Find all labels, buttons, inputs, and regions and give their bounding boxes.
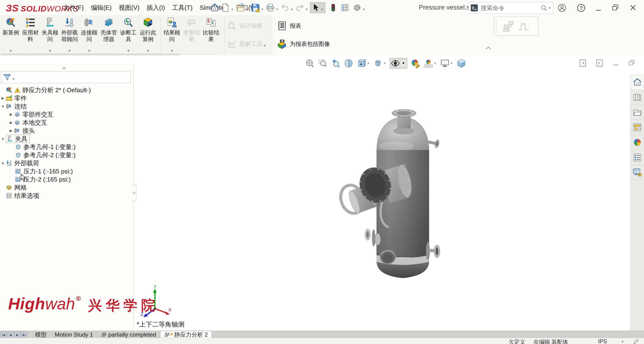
select-dropdown-icon[interactable]: ▼ [320, 8, 324, 11]
tag-edit-icon[interactable] [633, 338, 639, 344]
tab-scroll-prev-button[interactable]: ◀ [7, 332, 14, 338]
search-icon[interactable] [540, 4, 548, 11]
ribbon-button-shell-manager[interactable]: 壳体管理器 [99, 16, 118, 53]
tab-scroll-first-button[interactable]: |◀ [0, 332, 7, 338]
ribbon-button-report[interactable]: 报表 [277, 17, 330, 35]
connections-dropdown-icon[interactable]: ▼ [79, 49, 99, 52]
3d-views-icon[interactable] [456, 58, 466, 68]
expand-icon[interactable]: ▶ [8, 120, 14, 125]
ribbon-button-include-image-for-report[interactable]: 为报表包括图像 [277, 35, 330, 53]
tree-item-result-options[interactable]: 结果选项 [0, 192, 133, 200]
view-settings-icon[interactable]: ▼ [440, 58, 453, 68]
panel-splitter-grip[interactable] [63, 67, 66, 70]
filter-funnel-icon[interactable] [3, 73, 11, 81]
menu-edit[interactable]: 编辑(E) [87, 0, 115, 15]
minimize-button[interactable] [594, 4, 602, 12]
task-pane-resources[interactable] [630, 165, 644, 180]
ribbon-collapse-chevron-icon[interactable] [485, 46, 492, 50]
units-selector[interactable]: IPS [598, 338, 607, 344]
tab-scroll-last-button[interactable]: ▶| [21, 332, 28, 338]
open-dropdown-icon[interactable]: ▼ [246, 8, 249, 11]
options-dropdown-icon[interactable]: ▼ [362, 8, 366, 11]
viewport-restore-icon[interactable] [628, 59, 636, 67]
edit-appearance-icon[interactable] [411, 58, 420, 68]
toolbar-grip[interactable] [495, 19, 498, 34]
section-view-icon[interactable] [344, 58, 353, 68]
save-button[interactable]: ▼ [251, 3, 264, 12]
ribbon-button-results-advisor[interactable]: 结果顾问▼ [162, 16, 182, 53]
tab-scroll-next-button[interactable]: ▶ [14, 332, 20, 338]
menu-insert[interactable]: 插入(I) [143, 0, 169, 15]
collapse-icon[interactable]: ▼ [0, 104, 6, 108]
display-style-dropdown-icon[interactable]: ▼ [401, 61, 406, 66]
view-orientation-icon[interactable]: ▼ [373, 58, 386, 68]
file-properties-button[interactable] [341, 3, 349, 12]
new-study-dropdown-icon[interactable]: ▼ [1, 49, 20, 52]
tree-item-component-interaction[interactable]: ▶零部件交互 [0, 110, 133, 118]
expand-icon[interactable]: ▶ [8, 128, 14, 133]
menu-tools[interactable]: 工具(T) [168, 0, 196, 15]
interference-check-icon[interactable] [329, 3, 337, 12]
tree-item-fixtures[interactable]: ▼夹具 [0, 135, 133, 143]
external-loads-dropdown-icon[interactable]: ▼ [60, 49, 79, 52]
search-input[interactable] [480, 4, 540, 12]
tree-filter-box[interactable]: ▼ [1, 71, 130, 83]
task-pane-appearances[interactable] [630, 135, 644, 150]
viewport-minimize-icon[interactable] [612, 59, 620, 67]
ribbon-button-compare-results[interactable]: 比较结果 [201, 16, 221, 53]
tree-item-mesh[interactable]: 网格 [0, 183, 133, 192]
ribbon-button-fixtures-advisor[interactable]: 夹具顾问▼ [40, 16, 60, 53]
tree-item-external-loads[interactable]: ▼外部载荷 [0, 159, 133, 167]
tree-item-joints[interactable]: ▶接头 [0, 127, 133, 135]
search-prompt-icon[interactable] [470, 4, 478, 12]
ribbon-button-run-study[interactable]: 运行此算例▼ [138, 16, 158, 53]
task-pane-design-library[interactable] [630, 90, 644, 105]
units-caret-icon[interactable]: ▲ [621, 340, 624, 343]
new-document-button[interactable]: ▼ [221, 3, 234, 12]
panel-collapse-handle[interactable] [132, 185, 136, 201]
task-pane-home[interactable] [630, 74, 644, 90]
collapse-right-pane-icon[interactable] [595, 59, 604, 67]
tab-motion-study-1[interactable]: Motion Study 1 [51, 331, 97, 338]
select-tool-button[interactable]: ▼ [310, 2, 325, 13]
fixtures-dropdown-icon[interactable]: ▼ [40, 49, 60, 52]
ribbon-button-external-loads-advisor[interactable]: 外部载荷顾问▼ [60, 16, 79, 53]
tab-model[interactable]: 模型 [31, 331, 51, 338]
collapse-icon[interactable]: ▼ [0, 137, 6, 141]
menu-file[interactable]: 文件(F) [60, 0, 87, 15]
dynamic-annotation-views-icon[interactable]: ▼ [357, 58, 370, 68]
collapse-left-pane-icon[interactable] [578, 59, 587, 67]
ribbon-button-apply-material[interactable]: 应用材料 [20, 16, 40, 53]
ribbon-button-connections-advisor[interactable]: 连接顾问▼ [79, 16, 99, 53]
tree-item-connections[interactable]: ▼连结 [0, 102, 133, 110]
open-button[interactable]: ▼ [236, 3, 250, 12]
tree-item-ref-geometry-1[interactable]: 参考几何-1 (:变量:) [0, 143, 133, 151]
previous-view-icon[interactable] [331, 58, 340, 68]
search-dropdown-icon[interactable]: ▼ [548, 6, 551, 10]
display-style-button[interactable]: ▼ [390, 58, 407, 69]
ribbon-button-new-study[interactable]: 新算例▼ [1, 16, 20, 53]
ribbon-button-diagnostic-tools[interactable]: 诊断工具▼ [118, 16, 138, 53]
close-button[interactable] [629, 3, 637, 12]
zoom-to-fit-icon[interactable] [305, 58, 314, 68]
account-icon[interactable] [558, 3, 566, 12]
diagnostic-dropdown-icon[interactable]: ▼ [118, 49, 138, 52]
tab-static-study-2[interactable]: 静应力分析 2 [160, 331, 212, 338]
zoom-to-area-icon[interactable] [318, 58, 328, 68]
tree-item-study[interactable]: 静应力分析 2* (-Default-) [0, 86, 133, 94]
filter-dropdown-icon[interactable]: ▼ [12, 77, 15, 81]
run-study-dropdown-icon[interactable]: ▼ [138, 49, 158, 52]
pressure-vessel-model[interactable] [332, 103, 456, 280]
home-button[interactable] [210, 3, 220, 12]
options-gear-button[interactable]: ▼ [352, 3, 366, 12]
task-pane-file-explorer[interactable] [630, 105, 644, 120]
task-pane-custom-properties[interactable] [630, 150, 644, 165]
tree-item-parts[interactable]: ▶零件 [0, 94, 133, 102]
new-document-dropdown-icon[interactable]: ▼ [231, 8, 234, 11]
print-dropdown-icon[interactable]: ▼ [276, 8, 279, 11]
graphics-viewport[interactable]: ▼ ▼ ▼ ▼ ▼ [134, 55, 644, 331]
apply-scene-icon[interactable]: ▼ [424, 58, 437, 68]
save-dropdown-icon[interactable]: ▼ [261, 8, 264, 11]
expand-icon[interactable]: ▶ [0, 96, 6, 100]
results-dropdown-icon[interactable]: ▼ [162, 49, 182, 52]
